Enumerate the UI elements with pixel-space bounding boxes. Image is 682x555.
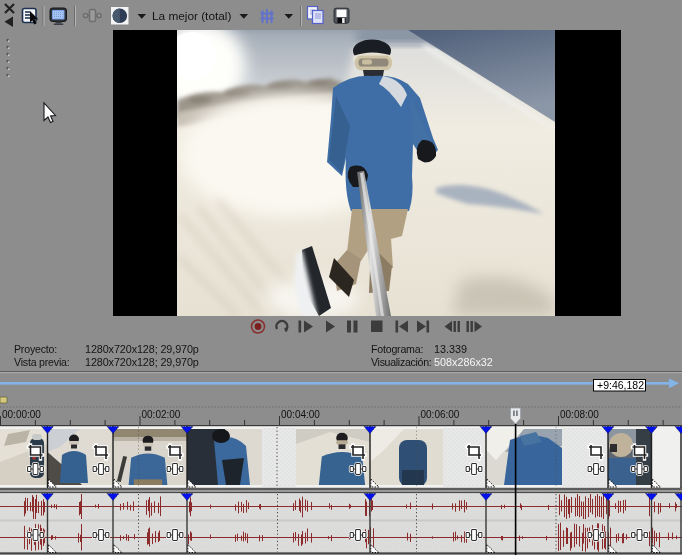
svg-text:00:02:00: 00:02:00 xyxy=(142,409,181,420)
svg-text:Visualización:: Visualización: xyxy=(371,356,431,368)
svg-text:508x286x32: 508x286x32 xyxy=(434,356,493,368)
svg-text:00:06:00: 00:06:00 xyxy=(421,409,460,420)
svg-text:00:08:00: 00:08:00 xyxy=(560,409,599,420)
svg-text:1280x720x128; 29,970p: 1280x720x128; 29,970p xyxy=(85,343,199,355)
svg-text:13.339: 13.339 xyxy=(434,343,467,355)
svg-text:Proyecto:: Proyecto: xyxy=(14,343,57,355)
svg-text:00:04:00: 00:04:00 xyxy=(281,409,320,420)
svg-text:La mejor (total): La mejor (total) xyxy=(152,9,231,23)
svg-text:1280x720x128; 29,970p: 1280x720x128; 29,970p xyxy=(85,356,199,368)
svg-text:Fotograma:: Fotograma: xyxy=(371,343,423,355)
svg-text:00:00:00: 00:00:00 xyxy=(2,409,41,420)
svg-text:+9:46,182: +9:46,182 xyxy=(597,379,644,391)
svg-text:Vista previa:: Vista previa: xyxy=(14,356,70,368)
